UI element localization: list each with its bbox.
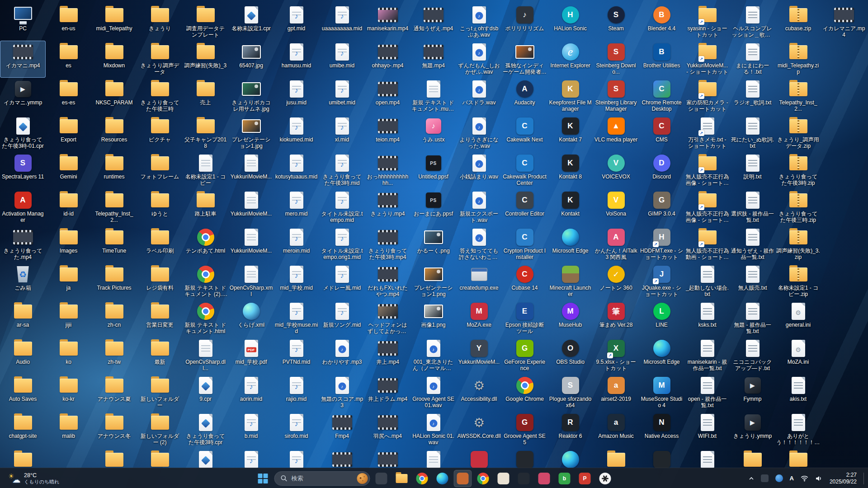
desktop-icon[interactable]: ♪rajio.mid <box>274 374 319 411</box>
desktop-icon[interactable]: ♪バスドラ.wav <box>456 78 502 115</box>
desktop-icon[interactable]: ♪meroin.mid <box>274 226 319 263</box>
desktop-icon[interactable]: open - 親作品一覧.txt <box>684 374 730 411</box>
taskbar-app-notes[interactable] <box>495 470 513 487</box>
desktop-icon[interactable]: SSpectraLayers 11 <box>0 152 46 189</box>
desktop-icon[interactable]: 営業日変更 <box>137 300 183 337</box>
desktop-icon[interactable]: きょうり_調声用データ.zip <box>775 115 821 152</box>
desktop-icon[interactable]: イカレマニア.mp4 <box>821 4 867 41</box>
desktop-icon[interactable]: CCakewalk Next <box>502 115 547 152</box>
volume-icon[interactable] <box>814 471 824 486</box>
desktop-icon[interactable]: おっhhhhhhhhhhhh... <box>365 152 410 189</box>
desktop-icon[interactable]: レジ袋有料 <box>137 263 183 300</box>
desktop-icon[interactable]: ♪よりうさぎになった.wav <box>456 115 502 152</box>
desktop-icon[interactable]: イカマニ.mp4 <box>0 41 46 78</box>
desktop-icon[interactable]: ▶きょうり.ymmp <box>730 411 775 448</box>
search-daily-highlight-icon[interactable] <box>357 473 368 484</box>
taskbar-clock[interactable]: 2:27 2025/09/22 <box>828 471 859 486</box>
desktop-icon[interactable]: きょうり調声データ <box>137 41 183 78</box>
desktop-icon[interactable]: 説明.txt <box>730 152 775 189</box>
desktop-icon[interactable]: ♪jusu.mid <box>274 78 319 115</box>
desktop-icon[interactable]: Gemini <box>46 152 91 189</box>
desktop-icon[interactable]: ♪無題のスコア.mp3 <box>319 374 365 411</box>
taskbar-chatgpt[interactable] <box>596 470 614 487</box>
search-box[interactable]: 検索 <box>274 471 370 486</box>
desktop-icon[interactable]: ♪mid_学校.mid <box>274 263 319 300</box>
desktop-icon[interactable]: プレゼンテーション1.png <box>410 263 456 300</box>
desktop-icon[interactable]: 父子キャンプ2018 <box>183 115 228 152</box>
desktop-icon[interactable]: きょうり食ってた午後三時 <box>137 78 183 115</box>
desktop-icon[interactable]: ↗万引きメモ.txt - ショートカット <box>684 115 730 152</box>
taskbar-app-green[interactable]: b <box>556 470 574 487</box>
desktop-icon[interactable]: _起動しない場合.txt <box>684 263 730 300</box>
desktop-icon[interactable]: CCubase 14 <box>502 263 547 300</box>
desktop-icon[interactable]: ohhayo-.mp4 <box>365 41 410 78</box>
desktop-icon[interactable]: ↗YukkuriMovieM... - ショートカット <box>684 41 730 78</box>
desktop-icon[interactable]: ko <box>46 337 91 374</box>
desktop-icon[interactable]: ▶イカマニ.ymmp <box>0 78 46 115</box>
desktop-icon[interactable]: CCakewalk Product Center <box>502 152 547 189</box>
tray-chevron-up-icon[interactable] <box>747 471 755 486</box>
desktop-icon[interactable]: Microsoft Edge <box>547 226 593 263</box>
desktop-icon[interactable]: きょうりボカコレ用サムネ.jpg <box>228 78 274 115</box>
desktop-icon[interactable]: ♪メドレー風.mid <box>319 263 365 300</box>
desktop-icon[interactable]: manisekarin - 親作品一覧.txt <box>684 337 730 374</box>
desktop-icon[interactable]: 新規 テキスト ドキュメント.musicxml <box>410 78 456 115</box>
desktop-icon[interactable]: cubase.zip <box>775 4 821 41</box>
desktop-icon[interactable]: ♪gpt.mid <box>274 4 319 41</box>
desktop-icon[interactable]: AAudacity <box>502 78 547 115</box>
desktop-icon[interactable]: ↗syasinn - ショートカット <box>684 4 730 41</box>
desktop-icon[interactable]: YYukkuriMovieM... <box>456 337 502 374</box>
desktop-icon[interactable]: Telepathy_Inst_2... <box>775 78 821 115</box>
desktop-icon[interactable]: Resources <box>91 115 137 152</box>
desktop-icon[interactable]: ♪mero.mid <box>274 189 319 226</box>
desktop-icon[interactable]: midi_Telepathy.zip <box>775 41 821 78</box>
desktop-icon[interactable]: DDiscord <box>639 152 684 189</box>
desktop-icon[interactable]: ピクチャ <box>137 115 183 152</box>
tray-app-icon-1[interactable] <box>760 471 770 486</box>
desktop-icon[interactable]: Google Chrome <box>502 374 547 411</box>
desktop-icon[interactable]: ♪新規エクスポート.wav <box>456 189 502 226</box>
desktop-icon[interactable]: Audio <box>0 337 46 374</box>
desktop-icon[interactable]: YukkuriMovieM... <box>228 152 274 189</box>
desktop-icon[interactable]: ♪ポリリリリズム <box>502 4 547 41</box>
desktop-icon[interactable]: OpenCvSharp.xml <box>228 263 274 300</box>
desktop-icon[interactable]: ♪kiokumed.mid <box>274 115 319 152</box>
desktop-icon[interactable]: KKontakt 8 <box>547 152 593 189</box>
taskbar-app-media[interactable] <box>373 470 391 487</box>
tray-app-icon-2[interactable] <box>774 471 784 486</box>
desktop-icon[interactable]: J↗JQuake.exe - ショートカット <box>639 263 684 300</box>
desktop-icon[interactable]: KKontakt 7 <box>547 115 593 152</box>
taskbar-app-dark[interactable] <box>515 470 533 487</box>
desktop-icon[interactable]: EEpson 接続診断ツール <box>502 300 547 337</box>
desktop-icon[interactable]: ♪ずんだもん_しおかぜふ.wav <box>456 41 502 78</box>
desktop-icon[interactable]: YukkuriMovieM... <box>228 226 274 263</box>
desktop-icon[interactable]: くらげ.xml <box>228 300 274 337</box>
desktop-icon[interactable]: 井上ドラム.mp4 <box>365 374 410 411</box>
weather-widget[interactable]: ☀☁ 28°C くもりのち晴れ <box>5 468 63 488</box>
desktop-icon[interactable]: ♪小銭詰まり.wav <box>456 152 502 189</box>
desktop-icon[interactable]: CChrome Remote Desktop <box>639 78 684 115</box>
taskbar-app-red[interactable]: P <box>576 470 594 487</box>
desktop-icon[interactable]: 通知うぜえ.mp4 <box>410 4 456 41</box>
desktop-icon[interactable]: ラベル印刷 <box>137 226 183 263</box>
desktop-icon[interactable]: ↗無人販売不正行為動画 - ショートカット <box>684 226 730 263</box>
desktop-icon[interactable]: アナウンス夏 <box>91 374 137 411</box>
desktop-icon[interactable]: es <box>46 41 91 78</box>
desktop-icon[interactable]: ♪きょうり食ってた午後3時.mid <box>319 152 365 189</box>
desktop-icon[interactable]: ♪xl.mid <box>319 115 365 152</box>
desktop-icon[interactable]: Microsoft Edge <box>639 337 684 374</box>
desktop-icon[interactable]: ありがとう！！！！！！.txt <box>775 411 821 448</box>
desktop-icon[interactable]: VVoiSona <box>593 189 639 226</box>
desktop-icon[interactable]: open.mp4 <box>365 78 410 115</box>
desktop-icon[interactable]: BBrother Utilities <box>639 41 684 78</box>
ime-mode-indicator[interactable]: A <box>788 471 795 486</box>
desktop-icon[interactable]: ar-sa <box>0 300 46 337</box>
desktop-icon[interactable]: アナウンス冬 <box>91 411 137 448</box>
desktop-icon[interactable]: 筆筆まめ Ver.28 <box>593 300 639 337</box>
desktop-icon[interactable]: es-es <box>46 78 91 115</box>
desktop-icon[interactable]: フォトフレーム <box>137 152 183 189</box>
desktop-icon[interactable]: OOBS Studio <box>547 337 593 374</box>
desktop-icon[interactable]: PSUntitled.ppsf <box>410 152 456 189</box>
desktop-icon[interactable]: Export <box>46 115 91 152</box>
desktop-icon[interactable]: SPlogue sforzando x64 <box>547 374 593 411</box>
